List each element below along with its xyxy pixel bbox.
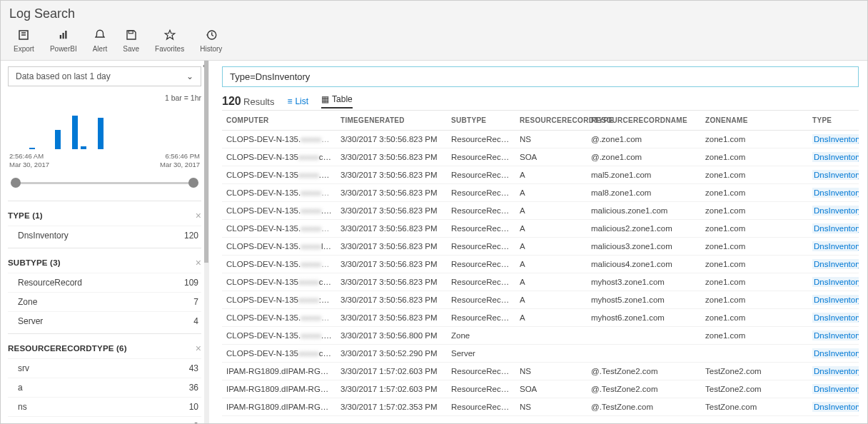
table-row[interactable]: CLOPS-DEV-N-135.xxxxxcorp…3/30/2017 3:50…: [222, 220, 859, 238]
column-header[interactable]: ZONENAME: [701, 111, 808, 131]
type-link[interactable]: DnsInventory: [812, 295, 859, 305]
tool-label: Alert: [93, 45, 108, 53]
cell-type: DnsInventory: [808, 256, 859, 273]
page-title: Log Search: [9, 6, 859, 21]
type-link[interactable]: DnsInventory: [812, 170, 859, 180]
cell-zone: [701, 345, 808, 363]
column-header[interactable]: RESOURCERECORDNAME: [587, 111, 701, 131]
type-link[interactable]: DnsInventory: [812, 384, 859, 394]
cell-recname: [587, 345, 701, 363]
table-row[interactable]: CLOPS-DEV-N-135.xxxxxcorp…3/30/2017 3:50…: [222, 309, 859, 327]
cell-computer: CLOPS-DEV-N-135xxxxx:orp…: [222, 291, 336, 309]
save-button[interactable]: Save: [123, 29, 139, 53]
history-button[interactable]: History: [200, 29, 222, 53]
table-row[interactable]: CLOPS-DEV-N-135.xxxxx.corp…3/30/2017 3:5…: [222, 202, 859, 220]
cell-recname: @.TestZone2.com: [587, 363, 701, 380]
slider-thumb-end[interactable]: [188, 178, 198, 188]
cell-time: 3/30/2017 3:50:56.823 PM: [336, 291, 447, 309]
type-link[interactable]: DnsInventory: [812, 313, 859, 323]
column-header[interactable]: TIMEGENERATED: [336, 111, 447, 131]
type-link[interactable]: DnsInventory: [812, 188, 859, 198]
cell-computer: CLOPS-DEV-N-135.xxxxxcorp…: [222, 220, 336, 238]
facet-item[interactable]: srv43: [8, 358, 201, 378]
time-scope-dropdown[interactable]: Data based on last 1 day ⌄: [8, 66, 201, 86]
cell-computer: CLOPS-DEV-N-135xxxxxcorp…: [222, 148, 336, 166]
table-row[interactable]: IPAM-RG1809.dIPAM-RG1808.ipa…3/30/2017 1…: [222, 363, 859, 380]
cell-zone: zone1.com: [701, 131, 808, 148]
sidebar-scrollbar[interactable]: [204, 61, 208, 424]
cell-rectype: A: [515, 291, 587, 309]
type-link[interactable]: DnsInventory: [812, 152, 859, 162]
table-row[interactable]: CLOPS-DEV-N-135xxxxxcorp…3/30/2017 3:50:…: [222, 148, 859, 166]
cell-subtype: ResourceRecord: [447, 220, 515, 238]
column-header[interactable]: RESOURCERECORDTYPE: [515, 111, 587, 131]
cell-subtype: ResourceRecord: [447, 398, 515, 416]
table-row[interactable]: CLOPS-DEV-N-135xxxxx.corp…3/30/2017 3:50…: [222, 166, 859, 184]
table-row[interactable]: CLOPS-DEV-N-135xxxxxcorp…3/30/2017 3:50:…: [222, 345, 859, 363]
export-button[interactable]: Export: [14, 29, 34, 53]
favorites-button[interactable]: Favorites: [155, 29, 184, 53]
type-link[interactable]: DnsInventory: [812, 348, 859, 358]
table-row[interactable]: IPAM-RG1809.dIPAM-RG1808.ipa…3/30/2017 1…: [222, 398, 859, 416]
facet-item[interactable]: Server4: [8, 311, 201, 330]
favorites-icon: [163, 29, 176, 44]
facet-item-count: 8: [193, 421, 198, 424]
cell-zone: zone1.com: [701, 166, 808, 184]
type-link[interactable]: DnsInventory: [812, 134, 859, 144]
cell-type: DnsInventory: [808, 327, 859, 345]
table-row[interactable]: CLOPS-DEV-N-135.xxxxx.corp…3/30/2017 3:5…: [222, 327, 859, 345]
table-row[interactable]: CLOPS-DEV-N-135.xxxxxcorp…3/30/2017 3:50…: [222, 256, 859, 273]
table-row[interactable]: CLOPS-DEV-N-135.xxxxxcorp…3/30/2017 3:50…: [222, 184, 859, 202]
facet-close-icon[interactable]: ×: [196, 257, 201, 268]
type-link[interactable]: DnsInventory: [812, 277, 859, 287]
query-input[interactable]: [222, 66, 859, 87]
powerbi-button[interactable]: PowerBI: [50, 29, 77, 53]
table-row[interactable]: CLOPS-DEV-N-135.xxxxxcorp…3/30/2017 3:50…: [222, 131, 859, 148]
time-range-slider[interactable]: [11, 176, 198, 191]
cell-recname: malicious4.zone1.com: [587, 256, 701, 273]
cell-type: DnsInventory: [808, 131, 859, 148]
type-link[interactable]: DnsInventory: [812, 241, 859, 251]
facet-item-count: 36: [189, 383, 198, 393]
table-row[interactable]: CLOPS-DEV-N-135xxxxxcorp…3/30/2017 3:50:…: [222, 273, 859, 291]
table-row[interactable]: CLOPS-DEV-N-135xxxxx:orp…3/30/2017 3:50:…: [222, 291, 859, 309]
cell-type: DnsInventory: [808, 380, 859, 398]
column-header[interactable]: SUBTYPE: [447, 111, 515, 131]
cell-subtype: ResourceRecord: [447, 148, 515, 166]
tool-label: PowerBI: [50, 45, 77, 53]
facet-item[interactable]: ns10: [8, 397, 201, 416]
cell-type: DnsInventory: [808, 309, 859, 327]
view-table-toggle[interactable]: ▦ Table: [321, 94, 353, 108]
type-link[interactable]: DnsInventory: [812, 366, 859, 376]
type-link[interactable]: DnsInventory: [812, 206, 859, 216]
list-icon: ≡: [287, 96, 292, 106]
column-header[interactable]: COMPUTER: [222, 111, 336, 131]
cell-rectype: NS: [515, 131, 587, 148]
facet-close-icon[interactable]: ×: [196, 210, 201, 221]
facet-item-label: a: [18, 383, 23, 393]
facet-item[interactable]: a36: [8, 378, 201, 397]
tool-label: History: [200, 45, 222, 53]
cell-time: 3/30/2017 3:50:56.823 PM: [336, 131, 447, 148]
facet-item[interactable]: aaaa8: [8, 416, 201, 424]
type-link[interactable]: DnsInventory: [812, 402, 859, 412]
facet-item[interactable]: DnsInventory120: [8, 226, 201, 245]
column-header[interactable]: TYPE: [808, 111, 859, 131]
view-list-toggle[interactable]: ≡ List: [287, 96, 308, 106]
facet-item[interactable]: Zone7: [8, 292, 201, 311]
slider-thumb-start[interactable]: [11, 178, 21, 188]
cell-computer: CLOPS-DEV-N-135.xxxxx.corp…: [222, 202, 336, 220]
facet-title: SUBTYPE (3): [8, 258, 61, 267]
cell-zone: zone1.com: [701, 148, 808, 166]
table-row[interactable]: CLOPS-DEV-N-135.xxxxxl.corp…3/30/2017 3:…: [222, 238, 859, 256]
cell-computer: CLOPS-DEV-N-135.xxxxxcorp…: [222, 184, 336, 202]
facet-close-icon[interactable]: ×: [196, 343, 201, 354]
facet-item[interactable]: ResourceRecord109: [8, 273, 201, 292]
type-link[interactable]: DnsInventory: [812, 330, 859, 340]
cell-rectype: SOA: [515, 380, 587, 398]
type-link[interactable]: DnsInventory: [812, 259, 859, 269]
type-link[interactable]: DnsInventory: [812, 223, 859, 233]
alert-button[interactable]: Alert: [93, 29, 108, 53]
table-row[interactable]: IPAM-RG1809.dIPAM-RG1808.ipa…3/30/2017 1…: [222, 380, 859, 398]
cell-rectype: SOA: [515, 148, 587, 166]
